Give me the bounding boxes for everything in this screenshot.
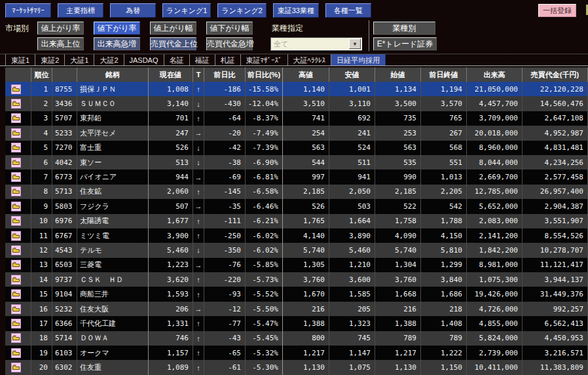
sector-dropdown[interactable]: 全て ▼	[270, 37, 362, 50]
market-filter-button[interactable]: 値上がり幅	[150, 22, 196, 35]
change-pct-cell: -15.58%	[246, 82, 283, 96]
exchange-tab[interactable]: 福証	[190, 54, 215, 65]
change-cell: -93	[204, 287, 246, 301]
table-row[interactable]: 76773パイオニア944→-69-6.81%9979419901,0132,6…	[5, 170, 588, 184]
table-row[interactable]: 165232住友大阪206→-12-5.50%2162052162184,726…	[5, 302, 588, 316]
chart-icon[interactable]	[11, 245, 21, 255]
chart-icon[interactable]	[11, 202, 21, 211]
top-toolbar: ﾏｰｹｯﾄｻﾏﾘｰ主要指標為替ランキング1ランキング2東証33業種各種一覧	[5, 3, 371, 18]
trade-value-cell: 2,577,458	[523, 170, 588, 184]
toolbar-button-2[interactable]: 主要指標	[58, 3, 103, 18]
volume-filter-button[interactable]: 売買代金急増	[206, 37, 253, 50]
table-row[interactable]: 136503三菱電1,223→-76-5.85%1,3051,2101,3041…	[5, 258, 588, 272]
toolbar-button-1[interactable]: ﾏｰｹｯﾄｻﾏﾘｰ	[5, 3, 51, 18]
table-row[interactable]: 185714ＤＯＷＡ746↑-43-5.45%8007457897895,824…	[5, 331, 588, 346]
dropdown-arrow-icon[interactable]: ▼	[349, 39, 361, 49]
table-row[interactable]: 18755損保ＪＰＮ1,008↑-186-15.58%1,1401,0011,1…	[5, 82, 588, 96]
chart-icon[interactable]	[11, 143, 21, 152]
toolbar-button-3[interactable]: 為替	[110, 3, 156, 18]
table-row[interactable]: 159104商船三井1,593↑-93-5.52%1,6701,5851,668…	[5, 287, 588, 301]
table-row[interactable]: 196103オークマ1,157↑-65-5.32%1,2171,1471,217…	[5, 346, 588, 360]
chart-icon[interactable]	[11, 84, 21, 94]
chart-icon[interactable]	[11, 348, 21, 358]
volume-filter-button[interactable]: 出来高急増	[94, 37, 140, 50]
exchange-tab[interactable]: 大証ﾍﾗｸﾚｽ	[288, 54, 332, 65]
market-filter-button[interactable]: 値下がり率	[94, 22, 140, 35]
exchange-tab[interactable]: 大証1	[65, 54, 94, 65]
high-cell: 741	[283, 111, 329, 126]
trend-arrow-icon: ↑	[193, 287, 204, 301]
toolbar-button-5[interactable]: ランキング2	[217, 3, 266, 18]
table-row[interactable]: 35707東邦鉛701↑-64-8.37%7416927357653,709,0…	[5, 111, 588, 126]
price-cell: 1,223	[149, 258, 193, 272]
chart-icon[interactable]	[11, 289, 21, 299]
high-cell: 1,670	[283, 287, 329, 301]
toolbar-button-7[interactable]: 各種一覧	[325, 3, 371, 18]
column-header: 始値	[375, 67, 421, 82]
table-row[interactable]: 64042東ソー513↓-38-6.90%5445115355518,044,0…	[5, 155, 588, 170]
broker-button[interactable]: E*トレード証券	[373, 37, 437, 50]
trend-arrow-icon: ↓	[193, 96, 204, 111]
exchange-tab[interactable]: 札証	[215, 54, 241, 65]
trend-arrow-icon: ↑	[193, 214, 204, 228]
exchange-tab[interactable]: JASDAQ	[124, 54, 164, 65]
trend-arrow-icon: ↓	[193, 155, 204, 170]
market-filter-button[interactable]: 値下がり幅	[206, 22, 253, 35]
price-cell: 526	[149, 141, 193, 155]
industry-button[interactable]: 業種別	[373, 22, 435, 35]
chart-icon[interactable]	[11, 172, 21, 182]
table-row[interactable]: 45233太平洋セメ247→-20-7.49%25424125326720,01…	[5, 126, 588, 140]
chart-icon[interactable]	[11, 158, 21, 168]
table-row[interactable]: 95803フジクラ507→-35-6.46%5265035225425,652,…	[5, 199, 588, 213]
exchange-tab[interactable]: 東証2	[35, 54, 65, 65]
toolbar-button-6[interactable]: 東証33業種	[273, 3, 319, 18]
chart-icon[interactable]	[11, 260, 21, 270]
price-cell: 247	[149, 126, 193, 140]
table-row[interactable]: 23436ＳＵＭＣＯ3,140↓-430-12.04%3,5103,1103,5…	[5, 96, 588, 111]
chart-icon[interactable]	[11, 304, 21, 314]
exchange-tab[interactable]: 東証ﾏｻﾞｰｽﾞ	[241, 54, 288, 65]
trend-arrow-icon: ↑	[193, 185, 204, 199]
chart-icon[interactable]	[11, 113, 21, 123]
row-icon-cell	[5, 316, 31, 330]
open-cell: 1,217	[375, 346, 421, 360]
table-row[interactable]: 124543テルモ5,460↓-350-6.02%5,7405,4605,740…	[5, 243, 588, 257]
code-cell: 4543	[52, 243, 77, 257]
open-cell: 3,760	[375, 272, 421, 287]
name-cell: 住友大阪	[77, 302, 149, 316]
change-cell: -69	[204, 170, 246, 184]
chart-icon[interactable]	[11, 319, 21, 329]
volume-filter-button[interactable]: 売買代金上位	[150, 37, 196, 50]
chart-icon[interactable]	[11, 187, 21, 196]
table-row[interactable]: 106976太陽誘電1,677↑-111-6.21%1,7651,6641,75…	[5, 214, 588, 228]
volume-filter-button[interactable]: 出来高上位	[37, 37, 84, 50]
exchange-tab[interactable]: 大証2	[94, 54, 124, 65]
high-cell: 800	[283, 331, 329, 346]
market-filter-button[interactable]: 値上がり率	[37, 22, 84, 35]
volume-cell: 2,141,200	[467, 228, 523, 243]
toolbar-button-4[interactable]: ランキング1	[162, 3, 211, 18]
code-cell: 5803	[52, 199, 77, 213]
exchange-tab[interactable]: 日経平均採用	[331, 54, 386, 65]
table-row[interactable]: 149737ＣＳＫ ＨＤ3,620↑-220-5.73%3,7603,6003,…	[5, 272, 588, 287]
chart-icon[interactable]	[11, 363, 21, 372]
chart-icon[interactable]	[11, 128, 21, 138]
table-row[interactable]: 176366千代化工建1,331↑-77-5.47%1,3881,3231,38…	[5, 316, 588, 330]
chart-icon[interactable]	[11, 99, 21, 109]
table-row[interactable]: 85713住友鉱2,060↑-145-6.58%2,1852,0502,1852…	[5, 185, 588, 199]
chart-icon[interactable]	[11, 275, 21, 285]
open-cell: 522	[375, 199, 421, 213]
table-row[interactable]: 116767ミツミ電3,900↑-250-6.02%4,1403,8904,09…	[5, 228, 588, 243]
chart-icon[interactable]	[11, 216, 21, 226]
trend-arrow-icon: ↓	[193, 141, 204, 155]
industry-spec-label: 業種指定	[272, 22, 303, 35]
chart-icon[interactable]	[11, 333, 21, 343]
table-row[interactable]: 57270富士重526↓-42-7.39%5635245635688,960,0…	[5, 141, 588, 155]
exchange-tab-bar: 東証1東証2大証1大証2JASDAQ名証福証札証東証ﾏｻﾞｰｽﾞ大証ﾍﾗｸﾚｽ日…	[0, 54, 588, 66]
table-row[interactable]: 206302住友重1,089↑-61-5.30%1,1301,0751,1301…	[5, 360, 588, 374]
chart-icon[interactable]	[11, 231, 21, 241]
exchange-tab[interactable]: 名証	[164, 54, 190, 65]
exchange-tab[interactable]: 東証1	[5, 54, 35, 65]
bulk-register-button[interactable]: 一括登録	[538, 4, 576, 17]
trend-arrow-icon: ↑	[193, 228, 204, 243]
